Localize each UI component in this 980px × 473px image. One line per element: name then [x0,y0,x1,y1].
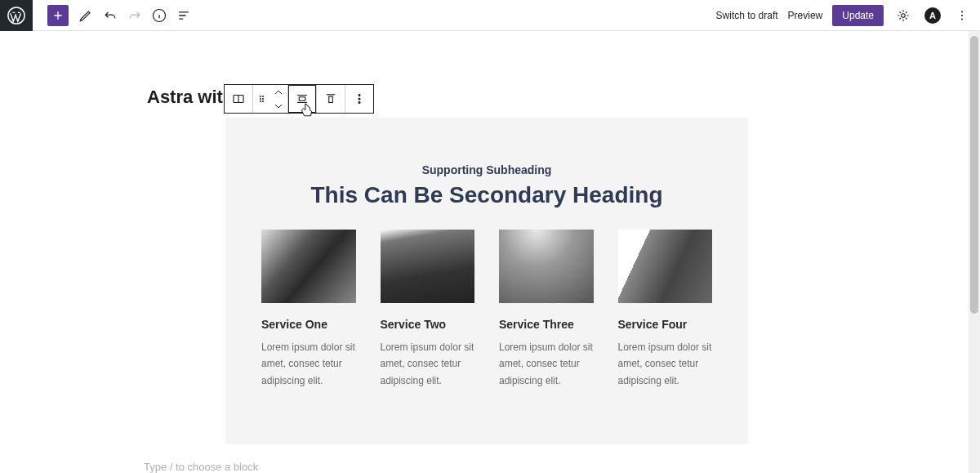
pencil-icon [78,7,94,24]
move-up-button[interactable] [270,85,287,99]
settings-button[interactable] [893,6,913,25]
redo-icon [127,7,143,24]
update-button[interactable]: Update [832,5,884,26]
services-row: Service One Lorem ipsum dolor sit amet, … [261,230,712,389]
svg-point-10 [359,98,360,100]
topbar-right: Switch to draft Preview Update A [716,5,972,26]
info-icon [151,7,167,24]
svg-point-4 [961,14,963,16]
svg-point-11 [359,102,360,104]
wordpress-logo[interactable] [0,0,33,31]
editor-topbar: Switch to draft Preview Update A [0,0,980,31]
wordpress-icon [7,7,25,25]
svg-point-3 [961,11,963,12]
service-description[interactable]: Lorem ipsum dolor sit amet, consec tetur… [381,339,475,389]
service-column[interactable]: Service One Lorem ipsum dolor sit amet, … [261,230,356,389]
svg-point-9 [359,95,360,96]
editor-canvas: Astra wit [0,31,980,473]
block-more-button[interactable] [345,85,373,113]
cursor-icon [300,103,314,118]
service-description[interactable]: Lorem ipsum dolor sit amet, consec tetur… [261,339,356,389]
astra-circle-icon: A [924,7,941,24]
service-column[interactable]: Service Four Lorem ipsum dolor sit amet,… [618,230,713,389]
subheading[interactable]: Supporting Subheading [261,163,712,176]
service-title[interactable]: Service Two [381,318,475,331]
add-block-button[interactable] [47,5,69,26]
plus-icon [51,9,65,22]
service-description[interactable]: Lorem ipsum dolor sit amet, consec tetur… [499,339,594,389]
chevron-up-icon [274,90,283,95]
service-column[interactable]: Service Three Lorem ipsum dolor sit amet… [499,230,594,389]
main-heading[interactable]: This Can Be Secondary Heading [261,183,712,208]
edit-tool-button[interactable] [74,0,98,31]
redo-button[interactable] [122,0,147,31]
info-button[interactable] [147,0,172,31]
service-title[interactable]: Service Three [499,318,594,331]
valign-top-icon [323,91,338,106]
list-icon [176,7,192,24]
more-options-button[interactable] [952,6,972,25]
kebab-icon [352,91,367,106]
switch-to-draft-link[interactable]: Switch to draft [716,10,778,21]
service-image[interactable] [381,230,475,303]
drag-icon [254,96,269,102]
topbar-left [0,0,196,30]
service-image[interactable] [261,230,356,303]
block-toolbar [224,84,374,114]
svg-point-2 [902,13,906,17]
alignment-button[interactable] [288,85,316,113]
service-title[interactable]: Service One [261,318,356,331]
service-image[interactable] [499,230,594,303]
undo-icon [102,7,118,24]
vertical-align-button[interactable] [317,85,345,113]
chevron-down-icon [274,104,283,109]
section-block[interactable]: Supporting Subheading This Can Be Second… [225,118,748,444]
columns-icon [231,91,246,106]
service-image[interactable] [618,230,713,303]
service-description[interactable]: Lorem ipsum dolor sit amet, consec tetur… [618,339,713,389]
kebab-icon [955,8,969,23]
astra-button[interactable]: A [923,6,942,25]
gear-icon [896,8,911,23]
undo-button[interactable] [98,0,122,31]
scrollbar[interactable] [969,31,980,473]
block-type-button[interactable] [225,85,252,113]
move-down-button[interactable] [270,99,287,113]
svg-rect-8 [329,96,333,103]
service-title[interactable]: Service Four [618,318,713,331]
drag-handle[interactable] [253,85,270,113]
svg-point-5 [961,18,963,20]
preview-link[interactable]: Preview [788,10,823,21]
scrollbar-thumb[interactable] [970,36,978,314]
service-column[interactable]: Service Two Lorem ipsum dolor sit amet, … [381,230,475,389]
list-view-button[interactable] [172,0,196,31]
type-block-placeholder[interactable]: Type / to choose a block [144,461,258,473]
svg-rect-7 [299,97,305,101]
page-title[interactable]: Astra wit [147,87,223,108]
